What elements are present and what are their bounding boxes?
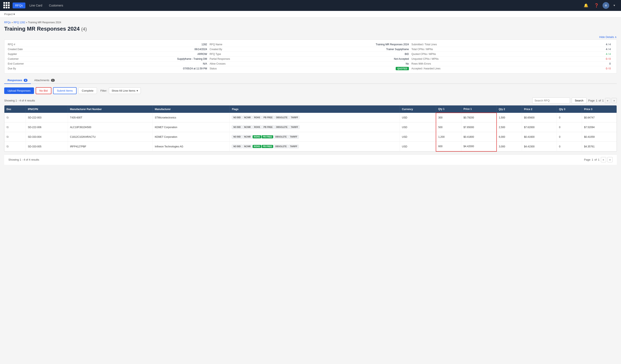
results-count: Showing 1 - 4 of 4 results	[4, 99, 35, 102]
detail-total-cpns: Total CPNs / MPNs 4 / 4	[412, 47, 613, 52]
bottom-last-page-button[interactable]: »	[607, 157, 613, 162]
bottom-bar: Showing 1 - 4 of 4 results Page 1 of 1 «…	[4, 154, 617, 165]
flag-nobid: NO BID	[232, 145, 242, 148]
cell-flags: NO BIDNC/NRROHSPB FREEOBSOLETETARIFF	[230, 113, 400, 122]
detail-unquoted-cpns: Unquoted CPNs / MPNs 0 / 0	[412, 57, 613, 61]
main-content: RFQs » RFQ 1282 » Training MR Responses …	[0, 18, 621, 168]
col-qty3: Qty 3	[557, 105, 582, 113]
cell-mpn: C1812C102KHRACTU	[68, 132, 153, 142]
copy-icon[interactable]: ⧉	[6, 116, 9, 119]
cell-qty3: 0	[557, 122, 582, 132]
flag-nobid: NO BID	[232, 116, 242, 119]
user-menu-chevron-icon[interactable]: ▼	[611, 3, 618, 8]
top-navigation: RFQs Line Card Customers 🔔 ❓ ⊞ ▼	[0, 0, 621, 11]
bottom-page-info: Page 1 of 1 « »	[584, 157, 613, 162]
cell-currency: USD	[400, 113, 436, 122]
nav-line-card[interactable]: Line Card	[27, 2, 45, 8]
no-bid-button[interactable]: No Bid	[36, 87, 52, 94]
cell-price1: $0.41800	[461, 132, 497, 142]
detail-accepted-lines: Accepted / Awarded Lines 0 / 0	[412, 66, 613, 71]
flag-obsolete: OBSOLETE	[274, 135, 288, 139]
filter-label: Filter:	[100, 89, 107, 92]
tab-attachments[interactable]: Attachments 1	[31, 77, 58, 84]
cell-qty3: 0	[557, 132, 582, 142]
search-button[interactable]: Search	[572, 98, 586, 104]
app-grid-icon[interactable]	[3, 2, 10, 9]
flag-tariff: TARIFF	[289, 116, 300, 119]
bottom-first-page-button[interactable]: «	[601, 157, 606, 162]
table-row: ⧉ SD-333-005 IRFP4127PBF Infineon Techno…	[4, 142, 617, 151]
table-row: ⧉ SD-333-004 C1812C102KHRACTU KEMET Corp…	[4, 132, 617, 142]
flag-pbfree-gray: PB FREE	[262, 116, 274, 119]
notification-bell-icon[interactable]: 🔔	[582, 2, 590, 9]
col-flags: Flags	[230, 105, 400, 113]
details-col-2: RFQ Name Training MR Responses 2024 Crea…	[209, 42, 412, 71]
cell-doc: ⧉	[4, 113, 26, 122]
flag-ncnr: NC/NR	[242, 116, 252, 119]
detail-rfq-type: RFQ Type BID	[209, 52, 412, 57]
flag-ncnr: NC/NR	[242, 145, 252, 148]
details-grid: RFQ # 1282 Created Date 06/14/2024 Suppl…	[8, 42, 613, 71]
cell-qty2: 3,000	[497, 142, 522, 151]
cell-qty2: 6,000	[497, 132, 522, 142]
details-panel: RFQ # 1282 Created Date 06/14/2024 Suppl…	[4, 39, 617, 74]
cell-mpn: IRFP4127PBF	[68, 142, 153, 151]
nav-customers[interactable]: Customers	[46, 2, 66, 8]
cell-price1: $0.79200	[461, 113, 497, 122]
detail-created-by: Created By Trainer Supplyframe	[209, 47, 412, 52]
flag-pbfree-green: PB FREE	[262, 145, 273, 148]
submit-items-button[interactable]: Submit Items	[53, 87, 77, 94]
copy-icon[interactable]: ⧉	[6, 145, 9, 148]
copy-icon[interactable]: ⧉	[6, 125, 9, 129]
sub-navigation: Project ▾	[0, 11, 621, 18]
col-price3: Price 3	[582, 105, 617, 113]
breadcrumb-rfqs[interactable]: RFQs	[4, 21, 11, 24]
tab-responses[interactable]: Responses 4	[4, 77, 31, 84]
nav-rfqs[interactable]: RFQs	[13, 2, 25, 8]
user-avatar[interactable]: ⊞	[603, 2, 609, 9]
detail-created-date: Created Date 06/14/2024	[8, 47, 209, 52]
page-info: Page 1 of 1 « »	[588, 98, 617, 103]
breadcrumb-rfq-num[interactable]: RFQ 1282	[14, 21, 25, 24]
flag-tariff: TARIFF	[289, 125, 300, 129]
cell-price3: $0.41059	[582, 132, 617, 142]
detail-quoted-cpns: Quoted CPNs / MPNs 4 / 4	[412, 52, 613, 57]
upload-responses-button[interactable]: Upload Responses	[4, 87, 34, 94]
detail-supplier: Supplier ARROW	[8, 52, 209, 57]
filter-chevron-icon: ▾	[137, 89, 138, 92]
page-title: Training MR Responses 2024 (4)	[4, 26, 617, 32]
col-doc: Doc	[4, 105, 26, 113]
copy-icon[interactable]: ⧉	[6, 135, 9, 138]
cell-manufacturer: STMicroelectronics	[153, 113, 230, 122]
search-input[interactable]	[532, 98, 570, 104]
flag-rohs-gray: ROHS	[253, 116, 262, 119]
filter-dropdown[interactable]: Show All Line Items ▾	[109, 87, 141, 94]
first-page-button[interactable]: «	[605, 98, 610, 103]
cell-ipn: SD-222-006	[26, 122, 68, 132]
cell-qty3: 0	[557, 142, 582, 151]
detail-partial-responses: Partial Responses Not Accepted	[209, 57, 412, 61]
results-bar: Showing 1 - 4 of 4 results Search Page 1…	[4, 98, 617, 104]
detail-customer: Customer Supplyframe - Training DM	[8, 57, 209, 61]
help-circle-icon[interactable]: ❓	[592, 2, 601, 9]
cell-qty1: 300	[436, 113, 461, 122]
action-bar: Upload Responses No Bid Submit Items Com…	[4, 87, 617, 94]
cell-currency: USD	[400, 142, 436, 151]
flag-obsolete: OBSOLETE	[274, 145, 288, 148]
col-ipn-cpn: IPN/CPN	[26, 105, 68, 113]
flag-rohs-gray: ROHS	[253, 125, 262, 129]
cell-mpn: T435-600T	[68, 113, 153, 122]
cell-mpn: ALC10F391DH500	[68, 122, 153, 132]
flag-obsolete: OBSOLETE	[275, 125, 289, 129]
last-page-button[interactable]: »	[612, 98, 617, 103]
detail-end-customer: End Customer N/A	[8, 61, 209, 66]
col-mpn: Manufacturer Part Number	[68, 105, 153, 113]
detail-allow-crosses: Allow Crosses No	[209, 61, 412, 66]
complete-button[interactable]: Complete	[78, 87, 97, 94]
hide-details-button[interactable]: Hide Details ∧	[599, 35, 617, 39]
cell-currency: USD	[400, 132, 436, 142]
col-price2: Price 2	[522, 105, 557, 113]
flag-tariff: TARIFF	[289, 135, 299, 139]
cell-manufacturer: KEMET Corporation	[153, 132, 230, 142]
project-dropdown[interactable]: Project ▾	[4, 13, 15, 16]
